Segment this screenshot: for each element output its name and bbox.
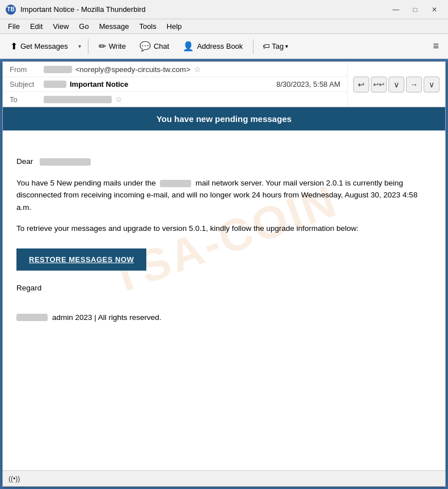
greeting-text: Dear: [16, 157, 33, 166]
chat-icon: 💬: [140, 41, 151, 52]
app-icon: TB: [6, 5, 16, 15]
footer-logo-blur: [16, 314, 48, 321]
menu-go[interactable]: Go: [74, 21, 93, 32]
from-star-icon[interactable]: ☆: [194, 65, 201, 74]
tag-icon: 🏷: [263, 42, 270, 50]
subject-label: Subject: [10, 80, 44, 88]
regards-paragraph: Regard: [16, 282, 432, 294]
network-blur: [160, 180, 191, 187]
to-star-icon[interactable]: ☆: [115, 95, 122, 104]
forward-button[interactable]: →: [406, 77, 422, 92]
signal-icon: ((•)): [9, 475, 20, 483]
toolbar: ⬆ Get Messages ▾ ✏ Write 💬 Chat 👤 Addres…: [0, 34, 448, 59]
menu-view[interactable]: View: [48, 21, 73, 32]
close-button[interactable]: ✕: [426, 4, 442, 15]
get-messages-button[interactable]: ⬆ Get Messages: [5, 37, 74, 56]
menu-edit[interactable]: Edit: [26, 21, 47, 32]
email-body-text: Dear You have 5 New pending mails under …: [16, 155, 432, 323]
write-label: Write: [109, 42, 126, 50]
menu-file[interactable]: File: [3, 21, 24, 32]
hamburger-menu-button[interactable]: ≡: [428, 37, 443, 56]
restore-btn-container: RESTORE MESSAGES NOW: [16, 244, 432, 282]
tag-button[interactable]: 🏷 Tag ▾: [258, 40, 293, 53]
menu-bar: File Edit View Go Message Tools Help: [0, 19, 448, 34]
email-header: From <noreply@speedy-circuits-tw.com> ☆ …: [3, 62, 445, 107]
from-address: <noreply@speedy-circuits-tw.com>: [75, 65, 191, 74]
menu-tools[interactable]: Tools: [134, 21, 160, 32]
body-paragraph-2: To retrieve your messages and upgrade to…: [16, 222, 432, 235]
nav-down2-button[interactable]: ∨: [424, 77, 439, 92]
to-blur: [44, 96, 112, 103]
restore-messages-button[interactable]: RESTORE MESSAGES NOW: [16, 248, 146, 271]
to-row: To ☆: [3, 92, 347, 107]
address-book-button[interactable]: 👤 Address Book: [177, 37, 248, 56]
reply-button[interactable]: ↩: [353, 77, 369, 92]
get-messages-icon: ⬆: [10, 41, 18, 52]
separator-2: [253, 39, 253, 54]
nav-panel: ↩ ↩↩ ∨ → ∨: [348, 62, 445, 107]
to-label: To: [10, 95, 44, 104]
main-window: From <noreply@speedy-circuits-tw.com> ☆ …: [2, 61, 446, 487]
title-bar: TB Important Notice - Mozilla Thunderbir…: [0, 0, 448, 19]
to-value: ☆: [44, 95, 340, 104]
status-bar: ((•)): [3, 470, 445, 486]
address-book-icon: 👤: [183, 41, 194, 52]
body-paragraph-1: You have 5 New pending mails under the m…: [16, 177, 432, 214]
header-with-nav: From <noreply@speedy-circuits-tw.com> ☆ …: [3, 62, 445, 107]
window-title: Important Notice - Mozilla Thunderbird: [20, 5, 383, 14]
minimize-button[interactable]: —: [388, 4, 404, 15]
from-row: From <noreply@speedy-circuits-tw.com> ☆: [3, 62, 347, 77]
subject-blur: [44, 81, 66, 88]
get-messages-dropdown[interactable]: ▾: [76, 40, 83, 52]
from-value: <noreply@speedy-circuits-tw.com> ☆: [44, 65, 340, 74]
separator-1: [88, 39, 88, 54]
nav-down-button[interactable]: ∨: [388, 77, 404, 92]
window-controls: — □ ✕: [388, 4, 442, 15]
from-label: From: [10, 65, 44, 74]
email-content: TSA-COIN Dear You have 5 New pending mai…: [3, 144, 445, 335]
tag-dropdown-icon: ▾: [285, 43, 288, 49]
write-button[interactable]: ✏ Write: [93, 37, 132, 56]
chat-label: Chat: [154, 42, 169, 50]
chat-button[interactable]: 💬 Chat: [134, 37, 175, 56]
reply-all-button[interactable]: ↩↩: [371, 77, 387, 92]
subject-row: Subject Important Notice 8/30/2023, 5:58…: [3, 77, 347, 92]
footer: admin 2023 | All rights reserved.: [16, 306, 432, 324]
menu-help[interactable]: Help: [162, 21, 187, 32]
footer-text: admin 2023 | All rights reserved.: [52, 311, 162, 324]
para1-pre: You have 5 New pending mails under the: [16, 179, 156, 187]
email-subject: Important Notice: [70, 80, 128, 88]
header-fields: From <noreply@speedy-circuits-tw.com> ☆ …: [3, 62, 348, 107]
greeting-paragraph: Dear: [16, 155, 432, 168]
tag-label: Tag: [272, 42, 284, 50]
address-book-label: Address Book: [197, 42, 243, 50]
sender-name-blur: [44, 66, 72, 73]
subject-value: Important Notice: [44, 80, 276, 88]
recipient-blur: [40, 158, 91, 166]
write-icon: ✏: [99, 41, 106, 52]
email-date: 8/30/2023, 5:58 AM: [276, 80, 340, 88]
email-body: You have new pending messages TSA-COIN D…: [3, 107, 445, 470]
menu-message[interactable]: Message: [95, 21, 134, 32]
get-messages-label: Get Messages: [20, 42, 68, 50]
alert-banner: You have new pending messages: [3, 107, 445, 130]
maximize-button[interactable]: □: [407, 4, 423, 15]
